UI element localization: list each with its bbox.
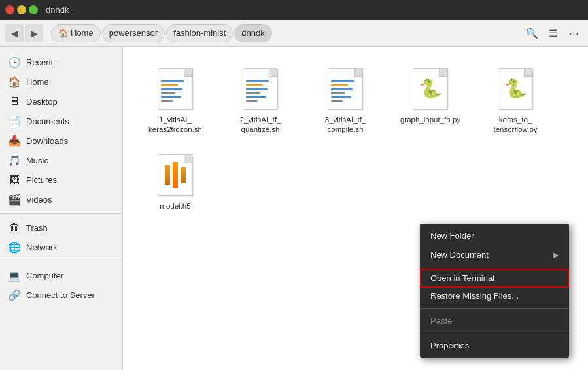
ctx-new-document-label: New Document [430, 250, 489, 260]
file-label-5: keras_to_tensorflow.py [493, 115, 537, 135]
crumb-fashion-minist[interactable]: fashion-minist [166, 24, 233, 42]
ctx-new-document[interactable]: New Document ▶ [420, 245, 569, 264]
sh-icon-3 [328, 68, 363, 110]
videos-icon: 🎬 [8, 193, 21, 206]
window-controls[interactable] [5, 5, 38, 14]
breadcrumb: 🏠 Home powersensor fashion-minist dnndk [51, 24, 515, 42]
sidebar-item-home[interactable]: 🏠 Home [0, 72, 122, 92]
file-item-keras-tf[interactable]: 🐍 keras_to_tensorflow.py [476, 60, 555, 140]
sidebar-item-pictures[interactable]: 🖼 Pictures [0, 170, 122, 190]
crumb-powersensor-label: powersensor [109, 28, 158, 38]
file-area: 1_vitisAI_keras2frozon.sh [123, 47, 588, 370]
ctx-sep-1 [420, 267, 569, 267]
home-icon: 🏠 [8, 76, 21, 88]
sidebar-label-recent: Recent [26, 58, 53, 67]
crumb-dnndk[interactable]: dnndk [234, 24, 271, 42]
sidebar-label-computer: Computer [26, 271, 63, 280]
music-icon: 🎵 [8, 154, 21, 167]
ctx-sep-2 [420, 308, 569, 309]
crumb-powersensor[interactable]: powersensor [102, 24, 165, 42]
ctx-paste: Paste [420, 311, 569, 330]
sidebar-label-downloads: Downloads [26, 136, 68, 146]
ctx-restore-missing-label: Restore Missing Files... [430, 291, 519, 301]
file-icon-wrap-4: 🐍 [409, 65, 451, 112]
view-options-button[interactable]: ⋯ [564, 24, 583, 42]
sidebar-label-pictures: Pictures [26, 175, 57, 185]
sidebar: 🕒 Recent 🏠 Home 🖥 Desktop 📄 Documents 📥 … [0, 47, 123, 370]
sh-icon-1 [158, 68, 193, 110]
file-item-model-h5[interactable]: model.h5 [136, 146, 215, 216]
file-icon-wrap-2 [239, 65, 281, 112]
ctx-new-folder[interactable]: New Folder [420, 226, 569, 245]
file-item-graph-input[interactable]: 🐍 graph_input_fn.py [391, 60, 470, 140]
window-title: dnndk [46, 5, 69, 15]
ctx-restore-missing[interactable]: Restore Missing Files... [420, 286, 569, 305]
forward-button[interactable]: ▶ [25, 24, 43, 42]
sidebar-label-videos: Videos [26, 195, 52, 205]
sidebar-item-downloads[interactable]: 📥 Downloads [0, 131, 122, 150]
file-label-1: 1_vitisAI_keras2frozon.sh [148, 115, 202, 135]
toolbar: ◀ ▶ 🏠 Home powersensor fashion-minist dn… [0, 20, 588, 47]
close-button[interactable] [5, 5, 14, 14]
crumb-home-label: Home [71, 28, 94, 38]
crumb-home[interactable]: 🏠 Home [51, 24, 101, 42]
sidebar-sep-1 [0, 213, 122, 214]
python-logo-1: 🐍 [419, 80, 442, 98]
sidebar-label-music: Music [26, 156, 48, 165]
maximize-button[interactable] [29, 5, 38, 14]
titlebar: dnndk [0, 0, 588, 20]
file-item-compile[interactable]: 3_vitisAI_tf_compile.sh [306, 60, 385, 140]
py-icon-2: 🐍 [498, 68, 533, 110]
py-icon-1: 🐍 [413, 68, 448, 110]
view-list-button[interactable]: ☰ [544, 24, 562, 42]
sidebar-label-network: Network [26, 243, 58, 252]
home-crumb-icon: 🏠 [58, 29, 68, 38]
python-logo-2: 🐍 [504, 80, 527, 98]
ctx-properties-label: Properties [430, 341, 469, 350]
ctx-sep-3 [420, 333, 569, 333]
sidebar-label-desktop: Desktop [26, 97, 58, 107]
sidebar-label-connect: Connect to Server [26, 290, 95, 300]
file-icon-wrap-5: 🐍 [494, 65, 536, 112]
sidebar-item-documents[interactable]: 📄 Documents [0, 111, 122, 131]
back-button[interactable]: ◀ [5, 24, 24, 42]
sidebar-item-trash[interactable]: 🗑 Trash [0, 218, 122, 237]
sh-icon-2 [243, 68, 278, 110]
nav-buttons: ◀ ▶ [5, 24, 43, 42]
ctx-open-terminal[interactable]: Open in Terminal [420, 269, 569, 288]
sidebar-label-documents: Documents [26, 116, 69, 126]
file-icon-wrap-6 [154, 152, 196, 199]
computer-icon: 💻 [8, 269, 21, 282]
ctx-open-terminal-label: Open in Terminal [430, 273, 494, 283]
search-button[interactable]: 🔍 [523, 24, 541, 42]
file-icon-wrap-3 [324, 65, 366, 112]
h5-icon [158, 154, 193, 196]
file-item-keras2frozon[interactable]: 1_vitisAI_keras2frozon.sh [136, 60, 215, 140]
sidebar-item-network[interactable]: 🌐 Network [0, 237, 122, 257]
crumb-dnndk-label: dnndk [241, 28, 264, 38]
recent-icon: 🕒 [8, 56, 21, 69]
file-label-6: model.h5 [160, 201, 190, 211]
sidebar-item-videos[interactable]: 🎬 Videos [0, 190, 122, 209]
sidebar-item-desktop[interactable]: 🖥 Desktop [0, 92, 122, 111]
minimize-button[interactable] [17, 5, 26, 14]
ctx-paste-label: Paste [430, 316, 452, 326]
sidebar-item-computer[interactable]: 💻 Computer [0, 265, 122, 285]
file-item-quantize[interactable]: 2_vitisAI_tf_quantize.sh [221, 60, 300, 140]
ctx-new-document-arrow: ▶ [553, 250, 559, 260]
toolbar-actions: 🔍 ☰ ⋯ [523, 24, 583, 42]
ctx-properties[interactable]: Properties [420, 336, 569, 355]
file-label-4: graph_input_fn.py [400, 115, 460, 125]
desktop-icon: 🖥 [8, 95, 21, 107]
sidebar-item-connect[interactable]: 🔗 Connect to Server [0, 285, 122, 305]
file-label-2: 2_vitisAI_tf_quantize.sh [240, 115, 281, 135]
sidebar-item-music[interactable]: 🎵 Music [0, 150, 122, 170]
network-icon: 🌐 [8, 241, 21, 254]
main-area: 🕒 Recent 🏠 Home 🖥 Desktop 📄 Documents 📥 … [0, 47, 588, 370]
connect-icon: 🔗 [8, 289, 21, 301]
sidebar-sep-2 [0, 261, 122, 261]
sidebar-item-recent[interactable]: 🕒 Recent [0, 52, 122, 72]
file-grid: 1_vitisAI_keras2frozon.sh [136, 60, 575, 216]
pictures-icon: 🖼 [8, 174, 21, 186]
trash-icon: 🗑 [8, 222, 21, 233]
